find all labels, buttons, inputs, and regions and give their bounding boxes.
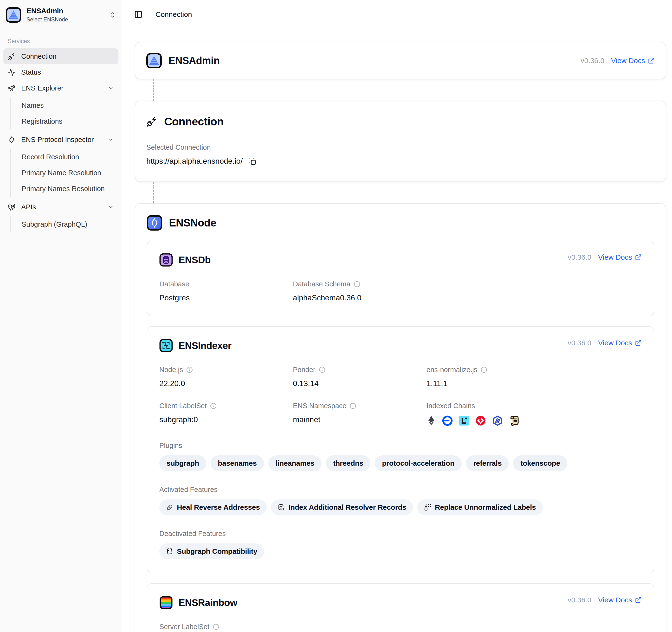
- bandage-icon: [166, 504, 173, 511]
- app-title: ENSAdmin: [26, 7, 68, 15]
- ensrainbow-card: ENSRainbow v0.36.0 View Docs: [147, 583, 654, 632]
- sidebar-item-status[interactable]: Status: [3, 64, 118, 80]
- ensindexer-logo: [159, 339, 173, 353]
- ensnode-selector[interactable]: ENSAdmin Select ENSNode: [3, 5, 118, 24]
- card-title: ENSIndexer: [178, 340, 232, 351]
- card-title: ENSDb: [178, 254, 211, 265]
- sidebar-item-label: Primary Names Resolution: [22, 185, 105, 193]
- protocol-inspector-subitems: Record Resolution Primary Name Resolutio…: [10, 149, 118, 197]
- ens-mark-icon: [8, 136, 16, 143]
- page-content: ENSAdmin v0.36.0 View Docs Connection: [122, 29, 672, 632]
- sidebar-item-label: ENS Explorer: [21, 84, 64, 92]
- threedns-icon: [475, 415, 486, 426]
- deactivated-features-list: Subgraph Compatibility: [159, 543, 642, 559]
- view-docs-link[interactable]: View Docs: [598, 339, 642, 347]
- plugin-chip: lineanames: [268, 455, 321, 471]
- ponder-field: Ponder 0.13.14: [293, 366, 427, 388]
- ens-normalize-label: ens-normalize.js: [427, 366, 477, 374]
- connection-card: Connection Selected Connection https://a…: [135, 101, 666, 182]
- activated-features-label: Activated Features: [159, 486, 642, 494]
- ensnode-card: ENSNode ENSDb: [135, 203, 666, 632]
- indexed-chains-row: [427, 414, 642, 427]
- database-schema-label: Database Schema: [293, 280, 351, 288]
- info-icon[interactable]: [354, 281, 360, 287]
- view-docs-label: View Docs: [611, 56, 645, 65]
- feature-chip: Index Additional Resolver Records: [271, 500, 413, 515]
- card-title: ENSRainbow: [178, 597, 237, 608]
- chevron-down-icon[interactable]: [107, 137, 114, 143]
- ponder-value: 0.13.14: [293, 379, 427, 388]
- view-docs-link[interactable]: View Docs: [611, 56, 655, 65]
- nodejs-field: Node.js 22.20.0: [159, 366, 293, 388]
- info-icon[interactable]: [350, 403, 356, 409]
- plugin-chip: subgraph: [159, 455, 206, 471]
- info-icon[interactable]: [319, 367, 326, 373]
- sidebar-item-primary-name-resolution[interactable]: Primary Name Resolution: [19, 165, 118, 181]
- sidebar-item-primary-names-resolution[interactable]: Primary Names Resolution: [19, 181, 118, 197]
- sidebar-item-registrations[interactable]: Registrations: [19, 113, 118, 129]
- indexed-chains-label: Indexed Chains: [427, 402, 642, 410]
- sidebar-item-ens-protocol-inspector[interactable]: ENS Protocol Inspector: [3, 132, 118, 148]
- ensadmin-card: ENSAdmin v0.36.0 View Docs: [135, 42, 666, 79]
- ensadmin-logo: [6, 7, 21, 23]
- activity-icon: [8, 69, 16, 76]
- feature-chip-label: Subgraph Compatibility: [177, 547, 257, 556]
- chevron-down-icon[interactable]: [107, 85, 114, 91]
- info-icon[interactable]: [186, 367, 193, 373]
- server-labelset-field: Server LabelSet subgraph:0: [159, 623, 293, 632]
- connection-url: https://api.alpha.ensnode.io/: [146, 157, 243, 166]
- sidebar-item-subgraph-graphql[interactable]: Subgraph (GraphQL): [19, 216, 118, 232]
- sidebar-item-label: Names: [22, 102, 44, 110]
- chevrons-up-down-icon[interactable]: [109, 11, 116, 18]
- external-link-icon: [635, 340, 642, 346]
- external-link-icon: [648, 57, 655, 64]
- sidebar-item-ens-explorer[interactable]: ENS Explorer: [3, 80, 118, 96]
- apis-subitems: Subgraph (GraphQL): [10, 216, 118, 232]
- database-schema-field: Database Schema alphaSchema0.36.0: [293, 280, 642, 302]
- info-icon[interactable]: [481, 367, 487, 373]
- version-label: v0.36.0: [580, 56, 604, 65]
- version-label: v0.36.0: [568, 339, 591, 347]
- selected-connection-label: Selected Connection: [146, 143, 655, 151]
- version-label: v0.36.0: [568, 253, 591, 261]
- base-icon: [442, 415, 453, 426]
- card-connector-line: [153, 182, 154, 203]
- sidebar-toggle-icon[interactable]: [134, 10, 143, 19]
- ens-namespace-field: ENS Namespace mainnet: [293, 402, 427, 427]
- sidebar-item-record-resolution[interactable]: Record Resolution: [19, 149, 118, 165]
- ethereum-icon: [427, 415, 436, 426]
- info-icon[interactable]: [213, 624, 219, 630]
- card-title: Connection: [164, 115, 223, 128]
- sidebar-item-label: Status: [21, 68, 41, 76]
- view-docs-link[interactable]: View Docs: [598, 253, 642, 261]
- info-icon[interactable]: [210, 403, 217, 409]
- scroll-icon: [509, 415, 520, 426]
- sidebar-item-names[interactable]: Names: [19, 97, 118, 113]
- topbar: Connection: [122, 0, 672, 29]
- client-labelset-field: Client LabelSet subgraph:0: [159, 402, 293, 427]
- chevron-down-icon[interactable]: [107, 204, 114, 210]
- ensrainbow-logo: [159, 596, 173, 609]
- sidebar-item-label: ENS Protocol Inspector: [21, 136, 94, 144]
- copy-icon[interactable]: [248, 157, 256, 165]
- card-title: ENSAdmin: [168, 55, 219, 67]
- sidebar-item-label: APIs: [21, 203, 36, 211]
- view-docs-label: View Docs: [598, 596, 632, 604]
- plugin-chip: threedns: [326, 455, 370, 471]
- database-plus-icon: [278, 504, 285, 511]
- sidebar-item-connection[interactable]: Connection: [3, 48, 118, 64]
- database-field: Database Postgres: [159, 280, 293, 302]
- client-labelset-label: Client LabelSet: [159, 402, 207, 410]
- ens-normalize-value: 1.11.1: [427, 379, 642, 388]
- database-value: Postgres: [159, 293, 293, 302]
- ens-namespace-label: ENS Namespace: [293, 402, 346, 410]
- nodejs-value: 22.20.0: [159, 379, 293, 388]
- sidebar-item-apis[interactable]: APIs: [3, 199, 118, 215]
- ens-normalize-field: ens-normalize.js 1.11.1: [427, 366, 642, 388]
- view-docs-link[interactable]: View Docs: [598, 596, 642, 604]
- sidebar: ENSAdmin Select ENSNode Services Connect…: [0, 0, 122, 632]
- feature-chip: Subgraph Compatibility: [159, 543, 264, 559]
- ensdb-card: ENSDb v0.36.0 View Docs Dat: [147, 241, 654, 316]
- external-link-icon: [635, 254, 642, 261]
- plug-zap-icon: [146, 116, 158, 127]
